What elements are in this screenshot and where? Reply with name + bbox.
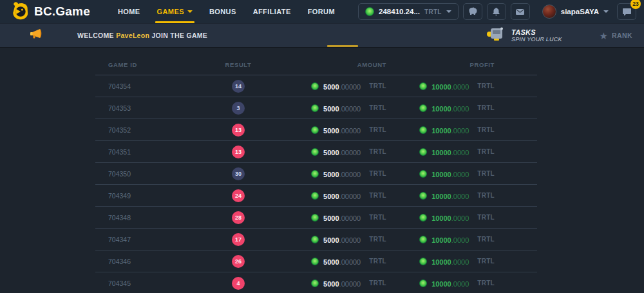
result-badge: 24 [232, 189, 245, 202]
amount-currency: TRTL [369, 126, 386, 133]
messages-button[interactable] [511, 3, 530, 20]
nav-games[interactable]: GAMES [149, 0, 201, 23]
profit-currency: TRTL [477, 214, 495, 221]
amount-currency: TRTL [369, 192, 386, 199]
amount-int: 5000 [323, 149, 339, 156]
result-badge: 3 [232, 102, 245, 115]
brand-logo[interactable]: BC.Game [8, 0, 94, 23]
table-row[interactable]: 704348 28 5000.00000 TRTL 10000.0000 TRT… [95, 207, 537, 229]
amount-currency: TRTL [369, 236, 386, 243]
table-row[interactable]: 704345 4 5000.00000 TRTL 10000.0000 TRTL [95, 272, 537, 293]
bell-icon [492, 7, 500, 16]
game-id: 704350 [95, 170, 213, 178]
profit-currency: TRTL [477, 104, 495, 111]
amount-cell: 5000.00000 TRTL [264, 234, 392, 245]
chat-unread-badge: 23 [630, 0, 641, 9]
amount-int: 5000 [323, 280, 339, 288]
amount-int: 5000 [323, 127, 339, 135]
profit-dec: .0000 [451, 127, 469, 135]
profit-dec: .0000 [451, 214, 469, 222]
amount-currency: TRTL [369, 258, 386, 265]
chevron-down-icon [187, 10, 193, 13]
nav-forum[interactable]: FORUM [299, 0, 343, 23]
nav-affiliate[interactable]: AFFILIATE [245, 0, 299, 23]
profit-dec: .0000 [451, 171, 469, 178]
trtl-coin-icon [311, 104, 319, 112]
profit-cell: 10000.0000 TRTL [392, 212, 507, 223]
amount-int: 5000 [323, 258, 339, 266]
user-menu[interactable]: siapaSAYA [542, 5, 609, 19]
main-nav: HOME GAMES BONUS AFFILIATE FORUM [109, 0, 343, 23]
amount-cell: 5000.00000 TRTL [264, 256, 392, 267]
amount-dec: .00000 [339, 214, 361, 222]
game-id: 704352 [95, 126, 213, 134]
welcome-message: WELCOME PaveLeon JOIN THE GAME [77, 32, 207, 39]
profit-cell: 10000.0000 TRTL [392, 278, 507, 289]
profit-int: 10000 [431, 171, 451, 178]
amount-int: 5000 [323, 171, 339, 178]
nav-home[interactable]: HOME [109, 0, 149, 23]
result-badge: 14 [232, 80, 245, 93]
rank-widget[interactable]: ★ RANK [600, 31, 632, 41]
amount-int: 5000 [323, 83, 339, 91]
table-row[interactable]: 704354 14 5000.00000 TRTL 10000.0000 TRT… [95, 75, 537, 97]
amount-dec: .00000 [339, 236, 361, 244]
table-row[interactable]: 704353 3 5000.00000 TRTL 10000.0000 TRTL [95, 97, 537, 119]
column-header-amount: AMOUNT [264, 61, 392, 68]
amount-dec: .00000 [339, 105, 361, 113]
trtl-coin-icon [311, 279, 319, 287]
profit-currency: TRTL [477, 170, 495, 177]
profit-cell: 10000.0000 TRTL [392, 102, 507, 114]
amount-currency: TRTL [369, 170, 386, 177]
notifications-button[interactable] [487, 3, 506, 20]
table-row[interactable]: 704352 13 5000.00000 TRTL 10000.0000 TRT… [95, 119, 537, 141]
game-id: 704354 [95, 82, 213, 90]
amount-currency: TRTL [369, 148, 386, 155]
slot-machine-icon [486, 26, 506, 44]
profit-dec: .0000 [451, 258, 469, 266]
brand-name: BC.Game [34, 5, 90, 19]
column-header-result: RESULT [213, 61, 264, 68]
amount-cell: 5000.00000 TRTL [264, 102, 392, 114]
amount-cell: 5000.00000 TRTL [264, 146, 392, 158]
nav-bonus[interactable]: BONUS [201, 0, 245, 23]
welcome-banner: WELCOME PaveLeon JOIN THE GAME TASKS SPI… [0, 23, 644, 47]
profit-cell: 10000.0000 TRTL [392, 234, 507, 245]
profit-dec: .0000 [451, 280, 469, 288]
table-row[interactable]: 704351 13 5000.00000 TRTL 10000.0000 TRT… [95, 141, 537, 163]
game-id: 704351 [95, 148, 213, 156]
profit-dec: .0000 [451, 83, 469, 91]
chevron-down-icon [603, 10, 609, 13]
game-id: 704349 [95, 192, 213, 200]
profit-currency: TRTL [477, 82, 495, 90]
profit-cell: 10000.0000 TRTL [392, 146, 507, 158]
bc-game-logo-icon [12, 1, 29, 23]
table-row[interactable]: 704347 17 5000.00000 TRTL 10000.0000 TRT… [95, 229, 537, 250]
welcome-username: PaveLeon [116, 32, 149, 39]
result-badge: 13 [232, 124, 245, 137]
trtl-coin-icon [311, 82, 319, 90]
table-row[interactable]: 704346 26 5000.00000 TRTL 10000.0000 TRT… [95, 250, 537, 272]
game-id: 704347 [95, 236, 213, 243]
profit-currency: TRTL [477, 192, 495, 199]
result-badge: 26 [232, 255, 245, 268]
bets-table: GAME ID RESULT AMOUNT PROFIT 704354 14 5… [0, 47, 644, 293]
game-id: 704353 [95, 104, 213, 112]
amount-currency: TRTL [369, 104, 386, 111]
trtl-coin-icon [419, 258, 427, 265]
result-badge: 4 [232, 277, 245, 290]
trtl-coin-icon [311, 126, 319, 134]
amount-dec: .00000 [339, 171, 361, 178]
vault-button[interactable] [463, 3, 482, 20]
result-badge: 13 [232, 146, 245, 158]
table-row[interactable]: 704350 30 5000.00000 TRTL 10000.0000 TRT… [95, 163, 537, 185]
star-icon: ★ [600, 31, 608, 41]
tasks-widget[interactable]: TASKS SPIN YOUR LUCK [486, 26, 562, 44]
profit-dec: .0000 [451, 149, 469, 156]
balance-selector[interactable]: 248410.24... TRTL [358, 3, 459, 20]
amount-dec: .00000 [339, 280, 361, 288]
trtl-coin-icon [311, 170, 319, 178]
table-row[interactable]: 704349 24 5000.00000 TRTL 10000.0000 TRT… [95, 185, 537, 207]
trtl-coin-icon [365, 7, 374, 16]
column-header-game-id: GAME ID [95, 61, 213, 68]
